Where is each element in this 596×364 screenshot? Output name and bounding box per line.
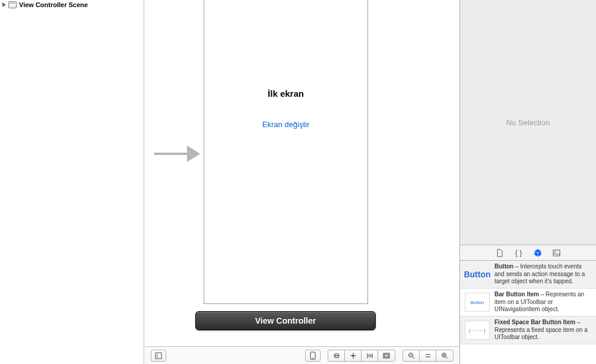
library-thumb: |·······| — [465, 321, 490, 340]
toggle-outline-button[interactable] — [151, 350, 166, 362]
canvas-bottom-toolbar — [145, 346, 459, 364]
zoom-in-button[interactable] — [436, 350, 453, 361]
ui-button[interactable]: Ekran değiştir — [204, 120, 367, 129]
pin-button[interactable] — [345, 350, 362, 361]
svg-line-14 — [413, 357, 414, 359]
library-item-text: Button – Intercepts touch events and sen… — [494, 263, 591, 286]
file-template-tab-icon[interactable] — [496, 249, 504, 257]
svg-rect-12 — [385, 354, 388, 357]
entry-point-arrow-icon[interactable] — [154, 145, 204, 162]
library-thumb: Button — [465, 293, 490, 312]
align-segmented-control[interactable] — [328, 350, 395, 362]
object-library-tab-icon[interactable] — [534, 249, 542, 257]
zoom-segmented-control[interactable] — [402, 350, 454, 362]
library-item-text: Fixed Space Bar Button Item – Represents… — [494, 319, 591, 341]
library-tabs: { } — [460, 245, 596, 261]
scene-icon — [8, 1, 17, 8]
svg-point-23 — [554, 251, 556, 252]
code-snippet-tab-icon[interactable]: { } — [515, 249, 523, 257]
library-item-button[interactable]: Button Button – Intercepts touch events … — [460, 261, 596, 289]
library-item-text: Bar Button Item – Represents an item on … — [494, 291, 591, 314]
library-item-fixed-space[interactable]: |·······| Fixed Space Bar Button Item – … — [460, 316, 596, 344]
svg-point-7 — [352, 354, 354, 356]
library-thumb: Button — [465, 265, 490, 284]
resolve-issues-button[interactable] — [362, 350, 378, 361]
no-selection-label: No Selection — [506, 118, 550, 127]
svg-rect-22 — [553, 250, 560, 256]
zoom-out-button[interactable] — [403, 350, 420, 361]
library-item-bar-button[interactable]: Button Bar Button Item – Represents an i… — [460, 289, 596, 316]
disclosure-triangle-icon[interactable] — [2, 2, 6, 7]
scene-dock-title[interactable]: View Controller — [195, 311, 376, 330]
outline-scene-label: View Controller Scene — [19, 1, 88, 8]
inspector-area: No Selection — [460, 0, 596, 245]
utilities-panel: No Selection { } Button Button – Interce… — [459, 0, 596, 364]
view-controller-content: İlk ekran Ekran değiştir — [204, 0, 367, 303]
document-outline-panel: View Controller Scene — [0, 0, 144, 364]
storyboard-canvas[interactable]: İlk ekran Ekran değiştir View Controller — [145, 0, 459, 364]
svg-line-19 — [446, 357, 448, 359]
media-library-tab-icon[interactable] — [553, 249, 561, 257]
align-button[interactable] — [328, 350, 345, 361]
ui-label[interactable]: İlk ekran — [204, 88, 367, 99]
view-controller-frame[interactable]: İlk ekran Ekran değiştir — [204, 0, 368, 304]
zoom-actual-button[interactable] — [420, 350, 436, 361]
svg-point-10 — [369, 354, 371, 357]
svg-point-2 — [312, 357, 313, 359]
outline-scene-row[interactable]: View Controller Scene — [0, 0, 144, 10]
object-library-list[interactable]: Button Button – Intercepts touch events … — [460, 261, 596, 364]
embed-button[interactable] — [378, 350, 395, 361]
device-config-button[interactable] — [305, 350, 321, 362]
